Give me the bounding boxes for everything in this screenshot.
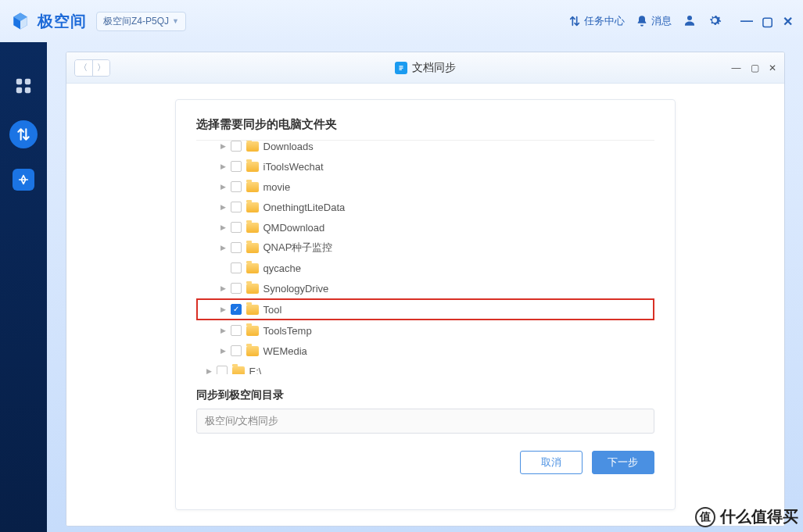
caret-icon[interactable]: ▶ xyxy=(220,244,228,252)
settings-button[interactable] xyxy=(708,13,722,30)
cancel-button[interactable]: 取消 xyxy=(520,451,583,474)
inner-close-button[interactable]: ✕ xyxy=(769,62,776,73)
folder-checkbox[interactable] xyxy=(231,345,242,356)
titlebar-actions: 任务中心 消息 — ▢ ✕ xyxy=(568,13,794,30)
sidebar-sync-button[interactable] xyxy=(9,120,38,148)
tree-row[interactable]: ▶OnethingtLiteData xyxy=(196,197,654,217)
messages-button[interactable]: 消息 xyxy=(636,14,672,28)
nav-arrows: 〈 〉 xyxy=(74,59,110,77)
folder-icon xyxy=(246,284,259,294)
watermark: 值 什么值得买 xyxy=(695,506,798,527)
folder-icon xyxy=(246,162,259,172)
dest-label: 同步到极空间目录 xyxy=(196,388,654,402)
folder-icon xyxy=(246,223,259,233)
tree-row[interactable]: qycache xyxy=(196,258,654,278)
folder-tree[interactable]: ▶Downloads▶iToolsWechat▶movie▶OnethingtL… xyxy=(196,140,654,374)
folder-checkbox[interactable] xyxy=(231,304,242,315)
tree-row[interactable]: ▶Downloads xyxy=(196,140,654,156)
folder-label: QNAP种子监控 xyxy=(263,241,333,255)
folder-checkbox[interactable] xyxy=(217,366,228,374)
folder-select-dialog: 选择需要同步的电脑文件夹 ▶Downloads▶iToolsWechat▶mov… xyxy=(175,99,676,510)
watermark-icon: 值 xyxy=(695,507,715,527)
folder-label: OnethingtLiteData xyxy=(263,202,346,213)
folder-checkbox[interactable] xyxy=(231,161,242,172)
folder-label: QMDownload xyxy=(263,222,325,234)
tree-row[interactable]: ▶ToolsTemp xyxy=(196,320,654,341)
folder-checkbox[interactable] xyxy=(231,242,242,253)
device-selector[interactable]: 极空间Z4-P5QJ ▼ xyxy=(96,12,186,31)
folder-label: Tool xyxy=(263,304,282,316)
sidebar-apps-button[interactable] xyxy=(9,72,38,100)
inner-body: 选择需要同步的电脑文件夹 ▶Downloads▶iToolsWechat▶mov… xyxy=(66,84,784,526)
window-controls: — ▢ ✕ xyxy=(740,15,794,27)
svg-rect-3 xyxy=(16,87,22,93)
caret-icon[interactable]: ▶ xyxy=(206,367,213,374)
close-button[interactable]: ✕ xyxy=(781,15,794,27)
caret-icon[interactable]: ▶ xyxy=(220,203,228,211)
caret-icon[interactable]: ▶ xyxy=(220,284,228,292)
tree-row[interactable]: ▶iToolsWechat xyxy=(196,156,654,177)
inner-maximize-button[interactable]: ▢ xyxy=(751,62,759,73)
nav-forward-button[interactable]: 〉 xyxy=(92,60,109,76)
tree-row[interactable]: ▶movie xyxy=(196,177,654,197)
tree-row[interactable]: ▶QNAP种子监控 xyxy=(196,237,654,258)
inner-titlebar: 〈 〉 文档同步 — ▢ ✕ xyxy=(66,52,784,84)
inner-window-controls: — ▢ ✕ xyxy=(732,62,776,73)
bell-icon xyxy=(636,15,648,27)
folder-checkbox[interactable] xyxy=(231,181,242,192)
transfer-icon xyxy=(568,15,581,27)
dest-path-field[interactable]: 极空间/文档同步 xyxy=(196,409,654,434)
folder-label: Downloads xyxy=(263,141,314,152)
next-button[interactable]: 下一步 xyxy=(592,451,654,474)
folder-icon xyxy=(246,305,259,315)
sidebar-doc-sync-button[interactable] xyxy=(13,169,34,191)
doc-sync-icon xyxy=(395,62,407,74)
inner-minimize-button[interactable]: — xyxy=(732,62,741,73)
folder-checkbox[interactable] xyxy=(231,141,242,152)
app-logo-icon xyxy=(9,10,31,32)
folder-icon xyxy=(246,326,259,336)
doc-sync-window: 〈 〉 文档同步 — ▢ ✕ xyxy=(66,52,785,527)
folder-icon xyxy=(232,366,245,375)
caret-icon[interactable]: ▶ xyxy=(220,223,228,231)
caret-icon[interactable]: ▶ xyxy=(220,347,228,355)
folder-label: SynologyDrive xyxy=(263,283,329,295)
tree-row[interactable]: ▶Tool xyxy=(196,298,654,320)
folder-checkbox[interactable] xyxy=(231,262,242,273)
folder-icon xyxy=(246,182,259,192)
folder-icon xyxy=(246,243,259,253)
folder-checkbox[interactable] xyxy=(231,325,242,336)
caret-icon[interactable]: ▶ xyxy=(220,162,228,170)
folder-icon xyxy=(246,141,259,152)
minimize-button[interactable]: — xyxy=(740,15,753,27)
main-titlebar: 极空间 极空间Z4-P5QJ ▼ 任务中心 消息 xyxy=(0,0,803,42)
task-center-button[interactable]: 任务中心 xyxy=(568,14,625,28)
task-center-label: 任务中心 xyxy=(584,14,625,28)
caret-icon[interactable]: ▶ xyxy=(220,327,228,334)
dialog-buttons: 取消 下一步 xyxy=(196,451,654,474)
svg-rect-1 xyxy=(16,79,22,84)
tree-row[interactable]: ▶E:\ xyxy=(196,361,654,374)
folder-checkbox[interactable] xyxy=(231,222,242,233)
svg-point-0 xyxy=(687,16,692,20)
caret-icon[interactable]: ▶ xyxy=(220,305,228,313)
tree-row[interactable]: ▶WEMedia xyxy=(196,341,654,361)
nav-back-button[interactable]: 〈 xyxy=(75,60,92,76)
maximize-button[interactable]: ▢ xyxy=(761,15,773,27)
desktop-area: 〈 〉 文档同步 — ▢ ✕ xyxy=(47,42,803,532)
user-button[interactable] xyxy=(683,13,697,30)
folder-icon xyxy=(246,346,259,356)
inner-title-text: 文档同步 xyxy=(412,61,456,75)
folder-checkbox[interactable] xyxy=(231,202,242,212)
caret-icon[interactable] xyxy=(220,264,228,272)
svg-rect-4 xyxy=(25,87,30,93)
svg-rect-2 xyxy=(25,79,30,84)
folder-checkbox[interactable] xyxy=(231,283,242,294)
folder-label: movie xyxy=(263,181,291,193)
brand-text: 极空间 xyxy=(38,11,87,32)
tree-row[interactable]: ▶SynologyDrive xyxy=(196,278,654,298)
caret-icon[interactable]: ▶ xyxy=(220,183,228,191)
tree-row[interactable]: ▶QMDownload xyxy=(196,217,654,237)
chevron-down-icon: ▼ xyxy=(172,17,179,25)
caret-icon[interactable]: ▶ xyxy=(220,142,228,150)
